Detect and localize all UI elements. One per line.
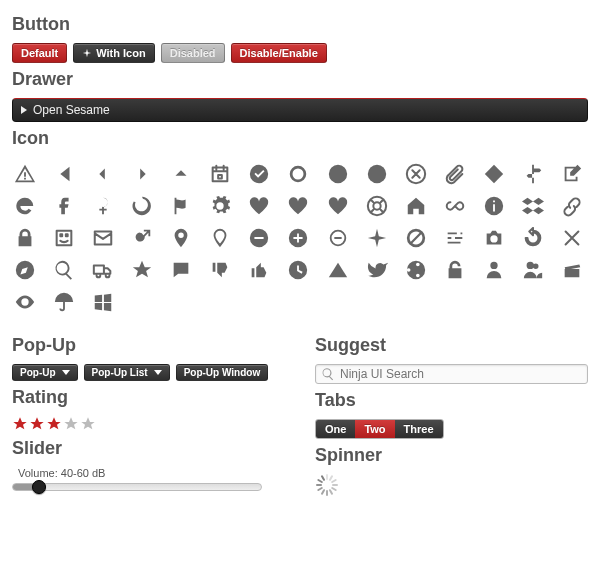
caret-down-icon [62, 370, 70, 375]
circle-icon [287, 163, 309, 185]
sliders-icon [444, 227, 466, 249]
diamond-icon [483, 163, 505, 185]
section-suggest-title: Suggest [315, 335, 588, 356]
star-icon[interactable] [12, 416, 28, 432]
caret-up-icon [170, 163, 192, 185]
thumbs-down-icon [209, 259, 231, 281]
tab-three[interactable]: Three [395, 420, 443, 438]
twitter-icon [366, 259, 388, 281]
edit-box-icon [561, 163, 583, 185]
caret-down-icon [154, 370, 162, 375]
shuriken-icon [82, 48, 92, 58]
section-spinner-title: Spinner [315, 445, 588, 466]
signpost-icon [522, 163, 544, 185]
umbrella-icon [53, 291, 75, 313]
slider-label: Volume: 40-60 dB [12, 467, 285, 479]
search-icon [321, 367, 335, 381]
tab-two[interactable]: Two [355, 420, 394, 438]
caret-left-solid-icon [53, 163, 75, 185]
eye-icon [14, 291, 36, 313]
marker-icon [170, 227, 192, 249]
slider-track[interactable] [12, 483, 262, 491]
gear-icon [209, 195, 231, 217]
search-icon [53, 259, 75, 281]
x-circle-icon [405, 163, 427, 185]
facebook-icon [53, 195, 75, 217]
plus-circle-solid-icon [287, 227, 309, 249]
home-icon [405, 195, 427, 217]
lifebuoy-icon [366, 195, 388, 217]
alert-icon [14, 163, 36, 185]
suggest-box[interactable] [315, 364, 588, 384]
infinity-icon [444, 195, 466, 217]
caret-left-icon [92, 163, 114, 185]
section-button-title: Button [12, 14, 588, 35]
ubuntu-icon [405, 259, 427, 281]
disable-enable-button[interactable]: Disable/Enable [231, 43, 327, 63]
caret-right-icon [21, 106, 27, 114]
with-icon-label: With Icon [96, 47, 145, 59]
paperclip-icon [444, 163, 466, 185]
tab-one[interactable]: One [316, 420, 355, 438]
female-icon [92, 195, 114, 217]
star-icon[interactable] [80, 416, 96, 432]
clapper-icon [561, 259, 583, 281]
ie-icon [14, 195, 36, 217]
popup-window-button[interactable]: Pop-Up Window [176, 364, 269, 381]
firefox-icon [131, 195, 153, 217]
tabs: OneTwoThree [315, 419, 444, 439]
slider-thumb[interactable] [32, 480, 46, 494]
marker-outline-icon [209, 227, 231, 249]
lock-icon [14, 227, 36, 249]
search-input[interactable] [340, 367, 582, 381]
minus-circle-solid-icon [248, 227, 270, 249]
minus-circle-icon [327, 227, 349, 249]
star-icon [131, 259, 153, 281]
icon-grid [12, 157, 588, 325]
star-icon[interactable] [29, 416, 45, 432]
spinner-icon [315, 474, 337, 496]
with-icon-button[interactable]: With Icon [73, 43, 154, 63]
disabled-button: Disabled [161, 43, 225, 63]
caret-right-icon [131, 163, 153, 185]
circle-solid-icon [366, 163, 388, 185]
default-button[interactable]: Default [12, 43, 67, 63]
user-icon [483, 259, 505, 281]
popup-button[interactable]: Pop-Up [12, 364, 78, 381]
target-icon [327, 163, 349, 185]
button-row: Default With Icon Disabled Disable/Enabl… [12, 43, 588, 63]
info-icon [483, 195, 505, 217]
chat-icon [170, 259, 192, 281]
users-icon [522, 259, 544, 281]
mail-icon [92, 227, 114, 249]
popup-list-button[interactable]: Pop-Up List [84, 364, 170, 381]
refresh-icon [522, 227, 544, 249]
section-rating-title: Rating [12, 387, 285, 408]
dropbox-icon [522, 195, 544, 217]
windows-icon [92, 291, 114, 313]
section-slider-title: Slider [12, 438, 285, 459]
drawer-toggle[interactable]: Open Sesame [12, 98, 588, 122]
section-popup-title: Pop-Up [12, 335, 285, 356]
shuriken-icon [366, 227, 388, 249]
x-icon [561, 227, 583, 249]
compass-icon [14, 259, 36, 281]
male-icon [131, 227, 153, 249]
unlock-icon [444, 259, 466, 281]
drawer-label: Open Sesame [33, 103, 110, 117]
calendar-icon [209, 163, 231, 185]
section-drawer-title: Drawer [12, 69, 588, 90]
no-entry-icon [405, 227, 427, 249]
section-tabs-title: Tabs [315, 390, 588, 411]
check-circle-icon [248, 163, 270, 185]
link-icon [561, 195, 583, 217]
finder-icon [53, 227, 75, 249]
camera-icon [483, 227, 505, 249]
rating-stars[interactable] [12, 416, 285, 432]
truck-icon [92, 259, 114, 281]
heart-icon [248, 195, 270, 217]
star-icon[interactable] [46, 416, 62, 432]
star-icon[interactable] [63, 416, 79, 432]
flag-icon [170, 195, 192, 217]
heart-plus-icon [287, 195, 309, 217]
